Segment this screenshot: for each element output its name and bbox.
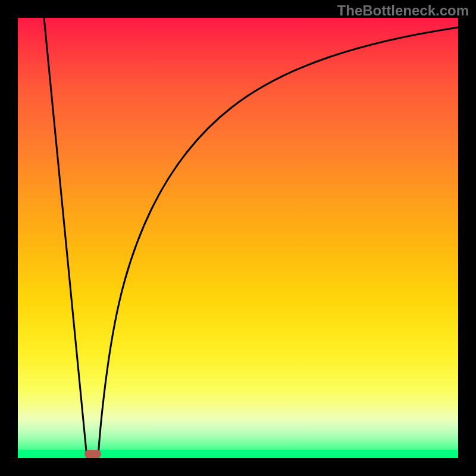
curve-left	[44, 18, 87, 457]
watermark-text: TheBottleneck.com	[337, 2, 469, 19]
chart-container: TheBottleneck.com	[0, 0, 476, 476]
optimal-marker	[84, 450, 101, 458]
curve-right	[98, 27, 458, 457]
bottom-band	[18, 450, 458, 458]
plot-area	[18, 18, 458, 458]
chart-svg	[18, 18, 458, 458]
